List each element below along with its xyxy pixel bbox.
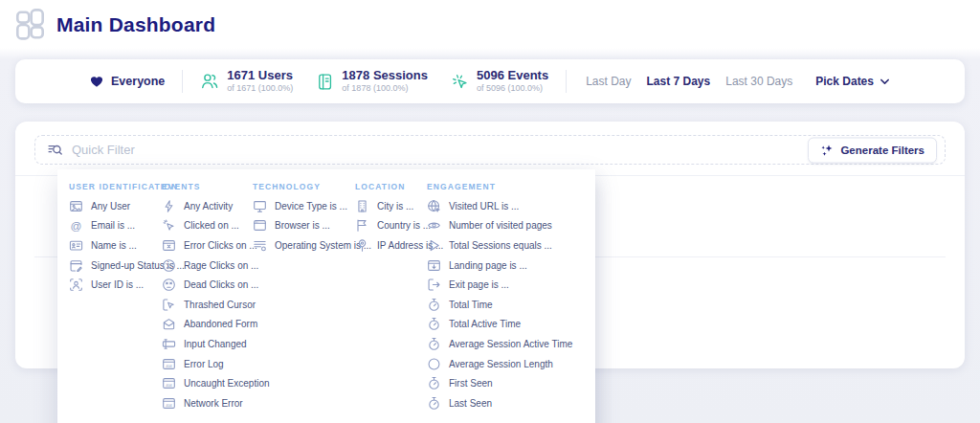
filter-menu-item[interactable]: Browser is ... [247,216,349,236]
filter-menu-item[interactable]: First Seen [421,373,595,393]
divider [182,70,183,93]
filter-menu-item[interactable]: Average Session Length [421,354,595,374]
user-id-icon [69,278,83,292]
filter-menu-item-label: Visited URL is ... [449,201,519,212]
stopwatch-icon [427,376,441,390]
filter-menu-item-label: User ID is ... [91,279,144,290]
filter-search-icon [47,142,63,158]
sparkles-icon [820,143,835,157]
filter-menu-item[interactable]: User ID is ... [63,275,156,295]
filter-menu-item[interactable]: Dead Clicks on ... [156,275,247,295]
filter-menu-item[interactable]: Country is ... [349,216,421,236]
filter-menu-item-label: Name is ... [91,240,137,251]
generate-filters-button[interactable]: Generate Filters [808,137,937,163]
filter-menu-item-label: Any User [91,201,130,212]
filter-menu-item-label: Landing page is ... [449,260,527,271]
filter-menu-column-title: USER IDENTIFICATION [69,181,156,192]
filter-menu-item[interactable]: Error Clicks on ... [156,235,247,256]
landing-page-icon [427,258,441,273]
app-header: Main Dashboard [13,8,215,42]
filter-menu-item[interactable]: Device Type is ... [247,196,349,216]
filter-menu-item[interactable]: Landing page is ... [421,256,595,276]
filter-menu-item[interactable]: Clicked on ... [156,216,247,236]
play-icon [427,238,441,253]
segment-label: Everyone [111,75,165,88]
filter-menu-dropdown: USER IDENTIFICATION Any User @ Email is … [57,169,595,423]
filter-menu-item[interactable]: 404 Error Log [156,354,247,374]
filter-menu-item-label: Average Session Length [449,359,553,369]
window-404-icon: 404 [162,357,176,371]
globe-click-icon [427,199,441,213]
svg-text:@: @ [71,219,82,232]
filter-menu-item[interactable]: Thrashed Cursor [156,295,247,315]
date-range-last-30-days[interactable]: Last 30 Days [725,75,792,88]
stats-bar: Everyone 1671 Users of 1671 (100.0%) 187… [15,59,965,103]
filter-menu-item-label: Clicked on ... [184,220,239,231]
filter-menu-item[interactable]: Exit page is ... [421,275,595,295]
window-error-icon [162,238,176,253]
filter-menu-item-label: First Seen [449,378,493,389]
pick-dates-button[interactable]: Pick Dates [815,75,891,88]
activity-bolt-icon [162,199,176,213]
rage-face-icon [162,258,176,273]
filter-menu-item[interactable]: Operating System is ... [247,235,349,256]
chevron-down-icon [879,76,891,88]
filter-menu-column: TECHNOLOGY Device Type is ... Browser is… [247,179,349,423]
quick-filter-bar: Generate Filters [34,135,946,165]
page-title: Main Dashboard [56,13,215,36]
building-icon [355,199,369,213]
filter-menu-column-title: ENGAGEMENT [427,181,595,192]
filter-menu-item[interactable]: @ Email is ... [63,216,156,236]
browser-icon [253,218,267,233]
filter-menu-item[interactable]: Rage Clicks on ... [156,256,247,276]
filter-menu-item[interactable]: Signed-up Status is ... [63,256,156,276]
filter-menu-item-label: Browser is ... [275,220,330,231]
filter-menu-item[interactable]: Last Seen [421,393,595,413]
divider [566,70,567,93]
sessions-icon [316,73,334,91]
metric[interactable]: 1878 Sessions of 1878 (100.0%) [316,69,428,93]
svg-text:404: 404 [166,383,172,388]
filter-menu-item-label: Total Sessions equals ... [449,240,552,251]
date-range-last-day[interactable]: Last Day [586,75,631,88]
filter-menu-item[interactable]: Visited URL is ... [421,196,595,216]
filter-menu-item[interactable]: Input Changed [156,334,247,354]
filter-menu-item[interactable]: Total Sessions equals ... [421,235,595,256]
filter-menu-item[interactable]: Abandoned Form [156,315,247,335]
filter-menu-item[interactable]: IP Address is ... [349,235,421,256]
filter-menu-item[interactable]: Total Active Time [421,315,595,335]
filter-menu-item[interactable]: Average Session Active Time [421,334,595,354]
any-user-icon [69,199,83,213]
filter-menu-item-label: Any Activity [184,201,233,212]
filter-menu-item[interactable]: City is ... [349,196,421,216]
monitor-icon [253,199,267,213]
filter-menu-column-title: TECHNOLOGY [253,181,349,192]
exit-page-icon [427,278,441,292]
metric[interactable]: 5096 Events of 5096 (100.0%) [451,69,548,93]
os-icon [253,238,267,253]
filter-menu-item[interactable]: Number of visited pages [421,216,595,236]
dead-face-icon [162,278,176,292]
window-404-icon: 404 [162,376,176,390]
filter-menu-column-title: LOCATION [355,181,421,192]
users-icon [200,72,219,91]
filter-menu-item-label: Total Active Time [449,319,521,329]
date-range-last-7-days[interactable]: Last 7 Days [647,75,711,88]
filter-menu-item[interactable]: 404 Uncaught Exception [156,373,247,393]
segment-selector-everyone[interactable]: Everyone [89,74,165,89]
filter-menu-item-label: Last Seen [449,398,492,409]
metric[interactable]: 1671 Users of 1671 (100.0%) [200,69,293,93]
filter-menu-column: LOCATION City is ... Country is ... IP A… [349,179,421,423]
filter-menu-item-label: Error Log [184,359,224,369]
filter-menu-item[interactable]: Any Activity [156,196,247,216]
stopwatch-icon [427,317,441,331]
filter-menu-item[interactable]: Name is ... [63,235,156,256]
window-404-icon: 404 [162,396,176,411]
filter-menu-item[interactable]: Total Time [421,295,595,315]
name-card-icon [69,238,83,253]
filter-menu-item-label: Total Time [449,300,493,310]
events-icon [451,73,469,91]
filter-menu-item[interactable]: 404 Network Error [156,393,247,413]
filter-menu-item[interactable]: Any User [63,196,156,216]
circle-icon [427,357,441,371]
